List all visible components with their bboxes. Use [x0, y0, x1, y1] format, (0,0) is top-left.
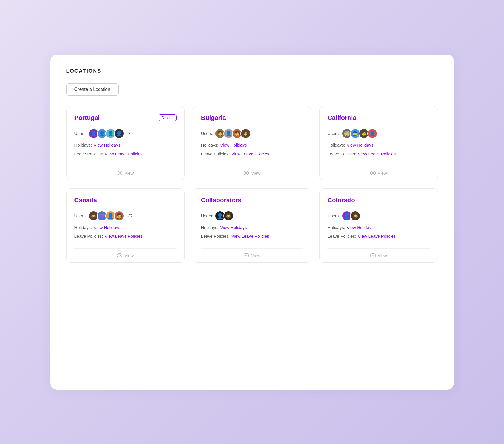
locations-container: LOCATIONS Create a Location Portugal Def…: [50, 55, 454, 390]
view-policies-link[interactable]: View Leave Policies: [231, 234, 269, 239]
holidays-row: Holidays: View Holidays: [74, 143, 177, 147]
svg-point-11: [372, 255, 374, 256]
holidays-row: Holidays: View Holidays: [201, 143, 303, 147]
policies-row: Leave Policies: View Leave Policies: [74, 151, 177, 156]
policies-row: Leave Policies: View Leave Policies: [201, 234, 303, 239]
location-name: Collaborators: [201, 197, 242, 204]
svg-point-0: [117, 171, 122, 175]
location-card-colorado: Colorado Users: 👤 🧔 Holidays: View Holid…: [319, 188, 438, 263]
avatar: 👩: [114, 211, 124, 221]
card-body: Users: 👤 🧔 Holidays: View Holidays Leave…: [201, 211, 303, 243]
view-policies-link[interactable]: View Leave Policies: [105, 234, 142, 239]
view-policies-link[interactable]: View Leave Policies: [105, 151, 142, 156]
eye-icon: [244, 171, 249, 175]
location-card-canada: Canada Users: 🧔 👾 👤 👩 +27 Holidays: View…: [66, 188, 185, 263]
avatar-group: 🧔 👾 👤 👩 +27: [88, 211, 133, 221]
card-body: Users: 🧓 🧙 🧔 👤 Holidays: View Holidays L…: [327, 128, 430, 160]
svg-point-3: [246, 172, 247, 174]
view-label: View: [125, 171, 134, 176]
view-label: View: [125, 253, 134, 258]
holidays-label: Holidays:: [201, 143, 219, 147]
policies-label: Leave Policies:: [74, 151, 103, 156]
avatar-group: 👤 🧔: [215, 211, 234, 221]
avatar-count: +27: [126, 214, 133, 218]
view-holidays-link[interactable]: View Holidays: [220, 143, 247, 147]
view-policies-link[interactable]: View Leave Policies: [231, 151, 269, 156]
policies-row: Leave Policies: View Leave Policies: [74, 234, 177, 239]
users-label: Users:: [327, 131, 340, 136]
card-header: Collaborators: [201, 197, 303, 204]
view-button[interactable]: View: [327, 166, 430, 180]
location-card-portugal: Portugal Default Users: 👤 👤 👤 👤 +7 Holid…: [66, 106, 185, 180]
holidays-label: Holidays:: [327, 143, 345, 147]
avatar-group: 👤 👤 👤 👤 +7: [88, 128, 130, 139]
location-card-collaborators: Collaborators Users: 👤 🧔 Holidays: View …: [193, 188, 311, 263]
location-card-california: California Users: 🧓 🧙 🧔 👤 Holidays: View…: [319, 106, 438, 180]
view-label: View: [251, 171, 260, 176]
card-header: Bulgaria: [201, 114, 303, 122]
users-row: Users: 👤 🧔: [327, 211, 430, 221]
eye-icon: [370, 253, 376, 257]
page-title: LOCATIONS: [66, 68, 438, 74]
avatar: 🧔: [240, 128, 251, 139]
view-holidays-link[interactable]: View Holidays: [347, 225, 374, 230]
view-label: View: [251, 253, 260, 258]
svg-point-4: [370, 171, 376, 175]
view-label: View: [378, 253, 387, 258]
users-label: Users:: [74, 213, 87, 218]
avatar-group: 🧔 👤 👩 🧔: [215, 128, 251, 139]
locations-grid: Portugal Default Users: 👤 👤 👤 👤 +7 Holid…: [66, 106, 438, 263]
location-card-bulgaria: Bulgaria Users: 🧔 👤 👩 🧔 Holidays: View H…: [193, 106, 311, 180]
view-holidays-link[interactable]: View Holidays: [347, 143, 374, 147]
policies-label: Leave Policies:: [74, 234, 103, 239]
svg-point-2: [244, 171, 249, 175]
svg-point-10: [370, 253, 376, 257]
location-name: Colorado: [327, 197, 355, 204]
users-row: Users: 🧓 🧙 🧔 👤: [327, 128, 430, 139]
view-button[interactable]: View: [74, 248, 177, 262]
svg-point-1: [119, 172, 121, 174]
view-label: View: [378, 171, 387, 176]
policies-row: Leave Policies: View Leave Policies: [201, 151, 303, 156]
view-policies-link[interactable]: View Leave Policies: [358, 151, 396, 156]
avatar: 👤: [114, 128, 124, 139]
users-label: Users:: [201, 213, 213, 218]
view-holidays-link[interactable]: View Holidays: [94, 143, 120, 147]
location-name: Bulgaria: [201, 114, 226, 122]
policies-label: Leave Policies:: [201, 234, 230, 239]
view-holidays-link[interactable]: View Holidays: [94, 225, 120, 230]
avatar-group: 👤 🧔: [342, 211, 360, 221]
eye-icon: [117, 253, 122, 257]
avatar: 🧔: [223, 211, 234, 221]
view-button[interactable]: View: [74, 166, 177, 180]
holidays-row: Holidays: View Holidays: [74, 225, 177, 230]
svg-point-6: [117, 253, 122, 257]
policies-row: Leave Policies: View Leave Policies: [327, 151, 430, 156]
card-body: Users: 🧔 👤 👩 🧔 Holidays: View Holidays L…: [201, 128, 303, 160]
view-button[interactable]: View: [201, 248, 303, 262]
location-name: Portugal: [74, 114, 100, 122]
view-button[interactable]: View: [327, 248, 430, 262]
card-body: Users: 🧔 👾 👤 👩 +27 Holidays: View Holida…: [74, 211, 177, 243]
card-body: Users: 👤 👤 👤 👤 +7 Holidays: View Holiday…: [74, 128, 177, 160]
svg-point-9: [246, 255, 247, 256]
eye-icon: [370, 171, 376, 175]
eye-icon: [117, 171, 122, 175]
policies-label: Leave Policies:: [201, 151, 230, 156]
holidays-row: Holidays: View Holidays: [201, 225, 303, 230]
default-badge: Default: [159, 114, 177, 121]
create-location-button[interactable]: Create a Location: [66, 83, 119, 96]
eye-icon: [244, 253, 249, 257]
view-policies-link[interactable]: View Leave Policies: [358, 234, 396, 239]
view-button[interactable]: View: [201, 166, 303, 180]
card-header: Canada: [74, 197, 177, 204]
svg-point-7: [119, 255, 121, 256]
holidays-label: Holidays:: [74, 143, 92, 147]
users-row: Users: 👤 🧔: [201, 211, 303, 221]
users-row: Users: 🧔 👤 👩 🧔: [201, 128, 303, 139]
avatar: 🧔: [350, 211, 360, 221]
location-name: California: [327, 114, 356, 122]
policies-row: Leave Policies: View Leave Policies: [327, 234, 430, 239]
view-holidays-link[interactable]: View Holidays: [220, 225, 247, 230]
holidays-row: Holidays: View Holidays: [327, 225, 430, 230]
